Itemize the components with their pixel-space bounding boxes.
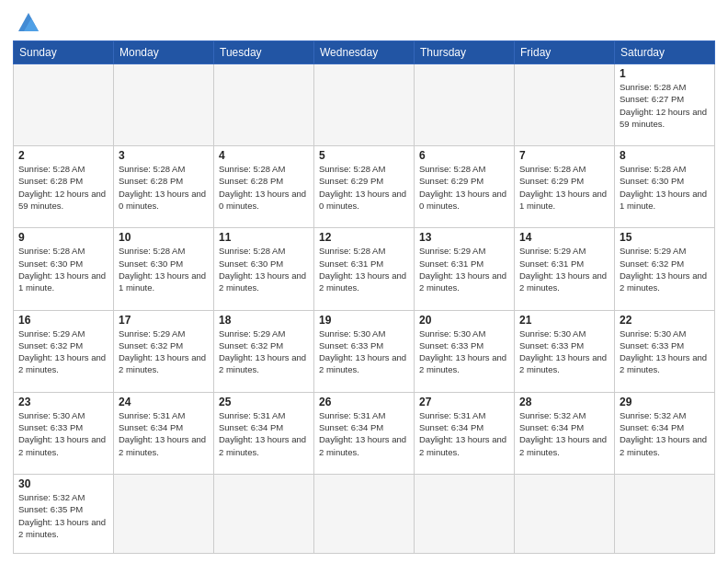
calendar-cell: 16Sunrise: 5:29 AMSunset: 6:32 PMDayligh…: [14, 310, 114, 392]
day-number: 2: [18, 149, 108, 162]
day-number: 27: [419, 396, 509, 408]
calendar-cell: 21Sunrise: 5:30 AMSunset: 6:33 PMDayligh…: [515, 310, 615, 392]
day-info: Sunrise: 5:28 AMSunset: 6:28 PMDaylight:…: [219, 163, 309, 212]
calendar-header-friday: Friday: [515, 41, 615, 64]
calendar-week-row: 23Sunrise: 5:30 AMSunset: 6:33 PMDayligh…: [14, 392, 715, 474]
calendar-header-saturday: Saturday: [615, 41, 715, 64]
day-number: 26: [319, 396, 409, 408]
calendar-cell: 14Sunrise: 5:29 AMSunset: 6:31 PMDayligh…: [515, 228, 615, 310]
logo-icon: [15, 9, 42, 35]
calendar-cell: 20Sunrise: 5:30 AMSunset: 6:33 PMDayligh…: [415, 310, 515, 392]
day-number: 29: [620, 396, 710, 408]
calendar-header-wednesday: Wednesday: [314, 41, 415, 64]
day-number: 10: [119, 231, 209, 244]
day-info: Sunrise: 5:28 AMSunset: 6:30 PMDaylight:…: [219, 245, 309, 293]
calendar-cell: 4Sunrise: 5:28 AMSunset: 6:28 PMDaylight…: [214, 146, 314, 228]
day-number: 4: [219, 149, 309, 162]
calendar-cell: 10Sunrise: 5:28 AMSunset: 6:30 PMDayligh…: [114, 228, 214, 310]
calendar-cell: 6Sunrise: 5:28 AMSunset: 6:29 PMDaylight…: [415, 146, 515, 228]
day-number: 9: [18, 231, 108, 244]
day-info: Sunrise: 5:29 AMSunset: 6:32 PMDaylight:…: [119, 327, 209, 376]
calendar-cell: 23Sunrise: 5:30 AMSunset: 6:33 PMDayligh…: [14, 392, 114, 474]
day-info: Sunrise: 5:28 AMSunset: 6:29 PMDaylight:…: [519, 163, 609, 212]
day-info: Sunrise: 5:29 AMSunset: 6:32 PMDaylight:…: [18, 327, 108, 376]
day-number: 18: [219, 314, 309, 327]
calendar-cell: 7Sunrise: 5:28 AMSunset: 6:29 PMDaylight…: [515, 146, 615, 228]
calendar-cell: [214, 474, 314, 553]
day-number: 13: [419, 231, 509, 244]
calendar-cell: [14, 64, 114, 146]
calendar-cell: [615, 474, 715, 553]
day-info: Sunrise: 5:32 AMSunset: 6:34 PMDaylight:…: [620, 409, 710, 458]
calendar-cell: 15Sunrise: 5:29 AMSunset: 6:32 PMDayligh…: [615, 228, 715, 310]
calendar-cell: 8Sunrise: 5:28 AMSunset: 6:30 PMDaylight…: [615, 146, 715, 228]
calendar-cell: 26Sunrise: 5:31 AMSunset: 6:34 PMDayligh…: [314, 392, 415, 474]
day-number: 15: [620, 231, 710, 244]
calendar-header-tuesday: Tuesday: [214, 41, 314, 64]
day-info: Sunrise: 5:31 AMSunset: 6:34 PMDaylight:…: [219, 409, 309, 458]
calendar-header-thursday: Thursday: [415, 41, 515, 64]
day-number: 30: [18, 477, 108, 490]
day-info: Sunrise: 5:30 AMSunset: 6:33 PMDaylight:…: [319, 327, 409, 376]
day-info: Sunrise: 5:31 AMSunset: 6:34 PMDaylight:…: [419, 409, 509, 458]
day-number: 8: [620, 149, 710, 162]
day-number: 6: [419, 149, 509, 162]
day-number: 24: [119, 396, 209, 408]
calendar-header-sunday: Sunday: [14, 41, 114, 64]
calendar-header-row: SundayMondayTuesdayWednesdayThursdayFrid…: [14, 41, 715, 64]
calendar-cell: [515, 474, 615, 553]
day-info: Sunrise: 5:30 AMSunset: 6:33 PMDaylight:…: [18, 409, 108, 458]
calendar-cell: 24Sunrise: 5:31 AMSunset: 6:34 PMDayligh…: [114, 392, 214, 474]
calendar-cell: 1Sunrise: 5:28 AMSunset: 6:27 PMDaylight…: [615, 64, 715, 146]
day-info: Sunrise: 5:28 AMSunset: 6:30 PMDaylight:…: [620, 163, 710, 212]
day-info: Sunrise: 5:32 AMSunset: 6:35 PMDaylight:…: [18, 491, 108, 540]
calendar-cell: 9Sunrise: 5:28 AMSunset: 6:30 PMDaylight…: [14, 228, 114, 310]
day-number: 20: [419, 314, 509, 327]
calendar-week-row: 30Sunrise: 5:32 AMSunset: 6:35 PMDayligh…: [14, 474, 715, 553]
calendar-cell: [214, 64, 314, 146]
day-number: 25: [219, 396, 309, 408]
calendar-cell: [314, 474, 415, 553]
day-number: 14: [519, 231, 609, 244]
calendar-cell: 2Sunrise: 5:28 AMSunset: 6:28 PMDaylight…: [14, 146, 114, 228]
calendar-cell: 13Sunrise: 5:29 AMSunset: 6:31 PMDayligh…: [415, 228, 515, 310]
day-number: 11: [219, 231, 309, 244]
day-info: Sunrise: 5:29 AMSunset: 6:32 PMDaylight:…: [219, 327, 309, 376]
calendar-week-row: 2Sunrise: 5:28 AMSunset: 6:28 PMDaylight…: [14, 146, 715, 228]
calendar-cell: 12Sunrise: 5:28 AMSunset: 6:31 PMDayligh…: [314, 228, 415, 310]
calendar-cell: [415, 474, 515, 553]
day-number: 16: [18, 314, 108, 327]
day-number: 5: [319, 149, 409, 162]
page: SundayMondayTuesdayWednesdayThursdayFrid…: [0, 0, 728, 563]
day-info: Sunrise: 5:28 AMSunset: 6:27 PMDaylight:…: [620, 81, 710, 130]
calendar-cell: 27Sunrise: 5:31 AMSunset: 6:34 PMDayligh…: [415, 392, 515, 474]
header: [13, 9, 715, 35]
calendar-cell: [515, 64, 615, 146]
calendar-week-row: 9Sunrise: 5:28 AMSunset: 6:30 PMDaylight…: [14, 228, 715, 310]
calendar-cell: 25Sunrise: 5:31 AMSunset: 6:34 PMDayligh…: [214, 392, 314, 474]
calendar-cell: 5Sunrise: 5:28 AMSunset: 6:29 PMDaylight…: [314, 146, 415, 228]
calendar-cell: 3Sunrise: 5:28 AMSunset: 6:28 PMDaylight…: [114, 146, 214, 228]
day-info: Sunrise: 5:30 AMSunset: 6:33 PMDaylight:…: [519, 327, 609, 376]
day-info: Sunrise: 5:28 AMSunset: 6:30 PMDaylight:…: [18, 245, 108, 293]
day-info: Sunrise: 5:28 AMSunset: 6:30 PMDaylight:…: [119, 245, 209, 293]
day-number: 3: [119, 149, 209, 162]
calendar-week-row: 1Sunrise: 5:28 AMSunset: 6:27 PMDaylight…: [14, 64, 715, 146]
calendar-cell: [114, 474, 214, 553]
calendar-cell: 18Sunrise: 5:29 AMSunset: 6:32 PMDayligh…: [214, 310, 314, 392]
day-info: Sunrise: 5:28 AMSunset: 6:28 PMDaylight:…: [18, 163, 108, 212]
calendar: SundayMondayTuesdayWednesdayThursdayFrid…: [13, 40, 715, 554]
calendar-cell: 28Sunrise: 5:32 AMSunset: 6:34 PMDayligh…: [515, 392, 615, 474]
calendar-cell: [415, 64, 515, 146]
calendar-cell: 30Sunrise: 5:32 AMSunset: 6:35 PMDayligh…: [14, 474, 114, 553]
calendar-cell: 19Sunrise: 5:30 AMSunset: 6:33 PMDayligh…: [314, 310, 415, 392]
day-number: 1: [620, 67, 710, 80]
day-info: Sunrise: 5:28 AMSunset: 6:28 PMDaylight:…: [119, 163, 209, 212]
day-info: Sunrise: 5:28 AMSunset: 6:31 PMDaylight:…: [319, 245, 409, 293]
calendar-cell: 29Sunrise: 5:32 AMSunset: 6:34 PMDayligh…: [615, 392, 715, 474]
calendar-cell: [114, 64, 214, 146]
day-info: Sunrise: 5:30 AMSunset: 6:33 PMDaylight:…: [419, 327, 509, 376]
calendar-header-monday: Monday: [114, 41, 214, 64]
day-info: Sunrise: 5:31 AMSunset: 6:34 PMDaylight:…: [319, 409, 409, 458]
day-info: Sunrise: 5:29 AMSunset: 6:32 PMDaylight:…: [620, 245, 710, 293]
